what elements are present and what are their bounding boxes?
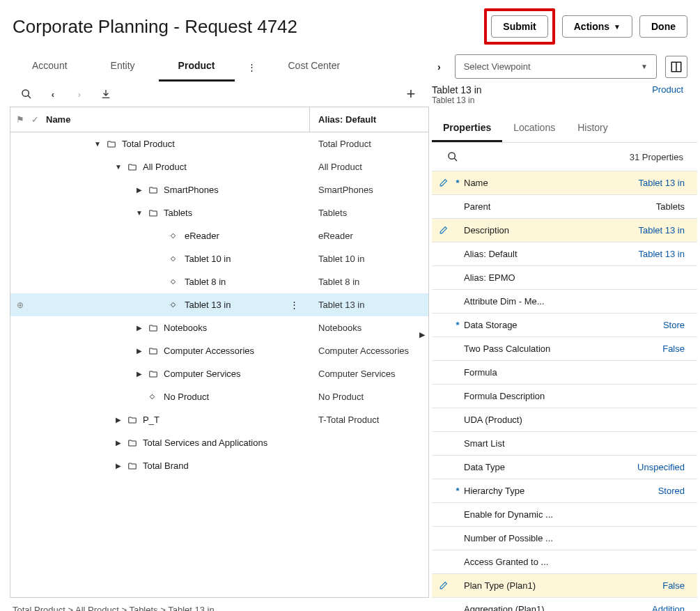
viewpoint-select[interactable]: Select Viewpoint ▼ — [455, 54, 657, 79]
property-value[interactable]: False — [662, 343, 685, 354]
property-row[interactable]: Access Granted to ... — [432, 550, 697, 574]
property-row[interactable]: UDA (Product) — [432, 408, 697, 432]
pencil-icon[interactable] — [439, 581, 453, 590]
pencil-icon[interactable] — [439, 226, 453, 235]
tree-row[interactable]: ⊕▶eReader⋮eReader — [10, 224, 428, 247]
main-tabs: AccountEntityProduct⋮Cost Center — [10, 50, 432, 82]
tab-product[interactable]: Product — [159, 53, 235, 82]
detail-type-link[interactable]: Product — [652, 84, 683, 105]
tree-row[interactable]: ⊕▶Computer Services⋮Computer Services — [10, 362, 428, 385]
svg-rect-2 — [171, 233, 175, 238]
right-nav-chevron-icon[interactable]: › — [432, 57, 446, 77]
tree-row[interactable]: ⊕▶No Product⋮No Product — [10, 385, 428, 408]
folder-icon — [127, 162, 139, 172]
property-row[interactable]: Alias: DefaultTablet 13 in — [432, 242, 697, 266]
property-row[interactable]: *Hierarchy TypeStored — [432, 479, 697, 503]
property-row[interactable]: Aggregation (Plan1)Addition — [432, 598, 697, 611]
done-button[interactable]: Done — [639, 15, 687, 38]
property-row[interactable]: Attribute Dim - Me... — [432, 290, 697, 314]
property-label: Enable for Dynamic ... — [462, 509, 685, 520]
property-row[interactable]: Formula Description — [432, 385, 697, 408]
property-row[interactable]: Enable for Dynamic ... — [432, 503, 697, 527]
tree-row[interactable]: ⊕▶Total Services and Applications⋮ — [10, 431, 428, 454]
property-row[interactable]: Number of Possible ... — [432, 527, 697, 550]
folder-icon — [127, 415, 139, 425]
actions-button[interactable]: Actions ▼ — [562, 15, 632, 38]
property-value[interactable]: Tablet 13 in — [639, 249, 685, 259]
property-value[interactable]: Unspecified — [637, 462, 685, 472]
property-row[interactable]: DescriptionTablet 13 in — [432, 219, 697, 242]
check-icon[interactable]: ✓ — [31, 114, 39, 125]
property-row[interactable]: Data TypeUnspecified — [432, 456, 697, 479]
download-icon[interactable] — [99, 87, 113, 101]
layout-toggle-icon[interactable] — [665, 56, 687, 78]
expand-toggle-icon[interactable]: ▶ — [114, 462, 123, 470]
row-menu-icon[interactable]: ⋮ — [283, 300, 306, 310]
tree-row[interactable]: ⊕▼Total Product⋮Total Product — [10, 132, 428, 155]
property-row[interactable]: Formula — [432, 361, 697, 385]
nav-forward-icon[interactable]: › — [72, 87, 86, 101]
expand-toggle-icon[interactable]: ▶ — [134, 324, 144, 332]
expand-toggle-icon[interactable]: ▶ — [114, 416, 123, 424]
node-label: Total Product — [122, 139, 283, 149]
property-value[interactable]: False — [662, 580, 685, 591]
folder-icon — [148, 346, 160, 356]
alias-cell: Tablets — [310, 208, 428, 218]
property-value[interactable]: Store — [663, 320, 685, 330]
nav-back-icon[interactable]: ‹ — [46, 87, 60, 101]
property-row[interactable]: Alias: EPMO — [432, 266, 697, 290]
breadcrumb[interactable]: Total Product > All Product > Tablets > … — [10, 598, 432, 611]
expand-toggle-icon[interactable]: ▼ — [134, 209, 144, 217]
column-name-header[interactable]: Name — [46, 114, 70, 125]
tab-account[interactable]: Account — [13, 53, 87, 82]
tree-row[interactable]: ⊕▶Computer Accessories⋮Computer Accessor… — [10, 339, 428, 362]
alias-cell: T-Total Product — [310, 415, 428, 425]
pencil-icon[interactable] — [439, 178, 453, 187]
tab-entity[interactable]: Entity — [91, 53, 155, 82]
tree-row[interactable]: ⊕▼Tablets⋮Tablets — [10, 201, 428, 224]
tree-row[interactable]: ⊕▼All Product⋮All Product — [10, 155, 428, 178]
tree-row[interactable]: ⊕▶SmartPhones⋮SmartPhones — [10, 178, 428, 201]
tree-row[interactable]: ⊕▶P_T⋮T-Total Product — [10, 408, 428, 431]
expand-toggle-icon[interactable]: ▶ — [114, 439, 123, 447]
expand-toggle-icon[interactable]: ▶ — [134, 186, 144, 194]
diamond-icon — [169, 278, 180, 286]
column-alias-header[interactable]: Alias: Default — [310, 107, 428, 132]
flag-icon[interactable]: ⚑ — [16, 114, 24, 125]
add-icon[interactable]: + — [404, 87, 418, 101]
tree-row[interactable]: ⊕▶Tablet 13 in⋮Tablet 13 in — [10, 293, 428, 316]
panel-expand-icon[interactable]: ▶ — [419, 330, 425, 339]
property-value[interactable]: Addition — [652, 604, 685, 611]
svg-rect-4 — [171, 279, 175, 284]
svg-line-1 — [28, 95, 31, 98]
property-row[interactable]: Plan Type (Plan1)False — [432, 574, 697, 598]
property-row[interactable]: Smart List — [432, 432, 697, 456]
tree-row[interactable]: ⊕▶Total Brand⋮ — [10, 454, 428, 477]
tree-row[interactable]: ⊕▶Tablet 10 in⋮Tablet 10 in — [10, 247, 428, 270]
expand-toggle-icon[interactable]: ▼ — [93, 140, 102, 148]
detail-tab-properties[interactable]: Properties — [432, 116, 502, 142]
prop-search-icon[interactable] — [446, 150, 460, 164]
property-row[interactable]: Two Pass CalculationFalse — [432, 337, 697, 361]
property-row[interactable]: ParentTablets — [432, 195, 697, 219]
property-value[interactable]: Tablet 13 in — [639, 225, 685, 235]
property-value[interactable]: Stored — [658, 486, 685, 496]
node-label: SmartPhones — [164, 185, 283, 195]
expand-toggle-icon[interactable]: ▶ — [134, 347, 144, 355]
detail-tab-locations[interactable]: Locations — [502, 116, 566, 142]
tree-row[interactable]: ⊕▶Tablet 8 in⋮Tablet 8 in — [10, 270, 428, 293]
expand-toggle-icon[interactable]: ▶ — [134, 370, 144, 378]
detail-tab-history[interactable]: History — [566, 116, 619, 142]
submit-button[interactable]: Submit — [491, 15, 547, 38]
diamond-icon — [169, 232, 180, 240]
expand-toggle-icon[interactable]: ▼ — [114, 163, 123, 171]
add-indicator-icon[interactable]: ⊕ — [10, 300, 30, 310]
property-value[interactable]: Tablet 13 in — [639, 178, 685, 188]
tab-menu-icon[interactable]: ⋮ — [239, 56, 265, 78]
tab-cost-center[interactable]: Cost Center — [269, 53, 360, 82]
property-row[interactable]: *NameTablet 13 in — [432, 171, 697, 195]
tree-row[interactable]: ⊕▶Notebooks⋮Notebooks — [10, 316, 428, 339]
property-label: Data Storage — [462, 320, 663, 330]
search-icon[interactable] — [20, 87, 33, 101]
property-row[interactable]: *Data StorageStore — [432, 314, 697, 337]
